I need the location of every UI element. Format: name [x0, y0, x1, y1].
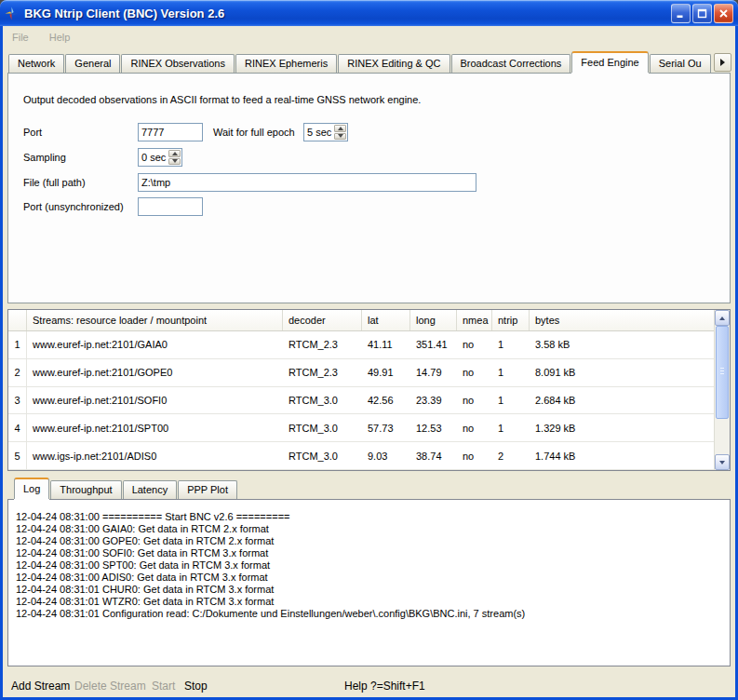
- wait-epoch-spin-buttons: [333, 124, 347, 141]
- scroll-up-button[interactable]: [715, 310, 730, 326]
- spin-down-icon: [172, 159, 178, 163]
- add-stream-button[interactable]: Add Stream: [11, 680, 70, 693]
- menu-file[interactable]: File: [8, 30, 33, 45]
- wait-epoch-spinbox[interactable]: 5 sec: [303, 123, 348, 141]
- sampling-spin-buttons: [168, 149, 181, 166]
- tab-general[interactable]: General: [65, 54, 120, 73]
- tab-serial-output[interactable]: Serial Ou: [650, 54, 711, 73]
- cell-long: 12.53: [410, 414, 457, 441]
- start-button[interactable]: Start: [152, 680, 175, 693]
- feed-engine-panel: Output decoded observations in ASCII for…: [7, 73, 731, 303]
- stop-button[interactable]: Stop: [184, 680, 208, 693]
- wait-epoch-spin-down-button[interactable]: [334, 133, 346, 141]
- cell-long: 23.39: [410, 387, 457, 414]
- menubar: File Help: [3, 26, 735, 48]
- port-unsynchronized-input[interactable]: [138, 197, 203, 216]
- maximize-button[interactable]: [692, 4, 712, 23]
- port-unsynchronized-label: Port (unsynchronized): [23, 201, 124, 212]
- tab-rinex-observations[interactable]: RINEX Observations: [121, 54, 234, 73]
- menu-help[interactable]: Help: [46, 30, 74, 45]
- scroll-up-icon: [719, 316, 725, 320]
- cell-long: 38.74: [410, 442, 457, 469]
- cell-nmea: no: [457, 414, 492, 441]
- streams-table: Streams: resource loader / mountpoint de…: [8, 310, 714, 470]
- chevron-right-icon: [720, 59, 725, 66]
- scrollbar-track[interactable]: [715, 326, 730, 454]
- streams-scrollbar[interactable]: [714, 310, 730, 470]
- tab-network[interactable]: Network: [8, 54, 64, 73]
- cell-decoder: RTCM_2.3: [283, 359, 362, 386]
- cell-ntrip: 1: [492, 414, 530, 441]
- sampling-spin-down-button[interactable]: [168, 158, 181, 166]
- scroll-down-icon: [719, 461, 725, 464]
- cell-bytes: 1.329 kB: [530, 414, 714, 441]
- tab-rinex-editing-qc[interactable]: RINEX Editing & QC: [338, 54, 450, 73]
- tab-throughput[interactable]: Throughput: [50, 480, 121, 499]
- scrollbar-thumb[interactable]: [716, 326, 729, 419]
- stream-row[interactable]: 2 www.euref-ip.net:2101/GOPE0 RTCM_2.3 4…: [8, 359, 714, 387]
- window-title: BKG Ntrip Client (BNC) Version 2.6: [24, 7, 671, 20]
- stream-row[interactable]: 5 www.igs-ip.net:2101/ADIS0 RTCM_3.0 9.0…: [8, 442, 714, 470]
- titlebar[interactable]: BKG Ntrip Client (BNC) Version 2.6: [0, 0, 738, 26]
- stream-row[interactable]: 3 www.euref-ip.net:2101/SOFI0 RTCM_3.0 4…: [8, 387, 714, 415]
- app-window: BKG Ntrip Client (BNC) Version 2.6 File …: [0, 0, 738, 700]
- close-icon: [718, 8, 729, 19]
- col-header-bytes: bytes: [530, 310, 714, 330]
- main-tabbar: Network General RINEX Observations RINEX…: [8, 52, 731, 73]
- tab-ppp-plot[interactable]: PPP Plot: [178, 480, 237, 499]
- sampling-spinbox[interactable]: 0 sec: [138, 148, 182, 167]
- tab-broadcast-corrections[interactable]: Broadcast Corrections: [451, 54, 571, 73]
- cell-mountpoint: www.igs-ip.net:2101/ADIS0: [27, 442, 283, 469]
- cell-row-number: 4: [8, 414, 27, 441]
- tab-scroll-right-button[interactable]: [714, 53, 731, 72]
- app-icon: [5, 6, 20, 20]
- streams-header-row: Streams: resource loader / mountpoint de…: [8, 310, 714, 331]
- wait-epoch-value: 5 sec: [304, 124, 333, 141]
- close-button[interactable]: [714, 4, 733, 23]
- delete-stream-button[interactable]: Delete Stream: [74, 680, 146, 693]
- tab-rinex-ephemeris[interactable]: RINEX Ephemeris: [235, 54, 337, 73]
- cell-row-number: 5: [8, 442, 27, 469]
- spin-down-icon: [338, 134, 343, 138]
- cell-nmea: no: [457, 387, 492, 414]
- cell-bytes: 1.744 kB: [530, 442, 714, 469]
- minimize-button[interactable]: [671, 4, 691, 23]
- bottom-tabbar: Log Throughput Latency PPP Plot: [7, 478, 238, 499]
- tab-feed-engine[interactable]: Feed Engine: [571, 51, 648, 73]
- log-line: 12-04-24 08:31:00 SPT00: Get data in RTC…: [16, 559, 722, 572]
- cell-decoder: RTCM_3.0: [283, 387, 362, 414]
- col-header-nmea: nmea: [457, 310, 492, 330]
- spin-up-icon: [172, 152, 178, 155]
- cell-mountpoint: www.euref-ip.net:2101/GAIA0: [27, 331, 283, 358]
- cell-row-number: 1: [8, 331, 27, 358]
- sampling-spin-up-button[interactable]: [168, 150, 181, 157]
- stream-row[interactable]: 4 www.euref-ip.net:2101/SPT00 RTCM_3.0 5…: [8, 414, 714, 442]
- cell-decoder: RTCM_3.0: [283, 414, 362, 441]
- port-label: Port: [23, 127, 42, 138]
- cell-ntrip: 1: [492, 387, 530, 414]
- tab-latency[interactable]: Latency: [123, 480, 178, 499]
- scroll-down-button[interactable]: [715, 454, 730, 470]
- wait-epoch-spin-up-button[interactable]: [334, 125, 346, 132]
- port-input[interactable]: [138, 123, 203, 141]
- cell-bytes: 2.684 kB: [530, 387, 714, 414]
- cell-mountpoint: www.euref-ip.net:2101/SOFI0: [27, 387, 283, 414]
- log-line: 12-04-24 08:31:00 ADIS0: Get data in RTC…: [16, 572, 722, 584]
- cell-lat: 57.73: [362, 414, 410, 441]
- stream-row[interactable]: 1 www.euref-ip.net:2101/GAIA0 RTCM_2.3 4…: [8, 331, 714, 359]
- cell-lat: 9.03: [362, 442, 410, 469]
- sampling-value: 0 sec: [139, 149, 168, 166]
- wait-epoch-label: Wait for full epoch: [213, 127, 295, 138]
- log-line: 12-04-24 08:31:01 WTZR0: Get data in RTC…: [16, 596, 722, 608]
- cell-row-number: 2: [8, 359, 27, 386]
- cell-lat: 49.91: [362, 359, 410, 386]
- cell-ntrip: 1: [492, 359, 530, 386]
- streams-panel: Streams: resource loader / mountpoint de…: [7, 309, 731, 471]
- window-body: File Help Network General RINEX Observat…: [3, 26, 735, 697]
- cell-row-number: 3: [8, 387, 27, 414]
- file-path-input[interactable]: [138, 173, 476, 192]
- cell-ntrip: 1: [492, 331, 530, 358]
- cell-ntrip: 2: [492, 442, 530, 469]
- tab-log[interactable]: Log: [14, 478, 49, 499]
- cell-decoder: RTCM_3.0: [283, 442, 362, 469]
